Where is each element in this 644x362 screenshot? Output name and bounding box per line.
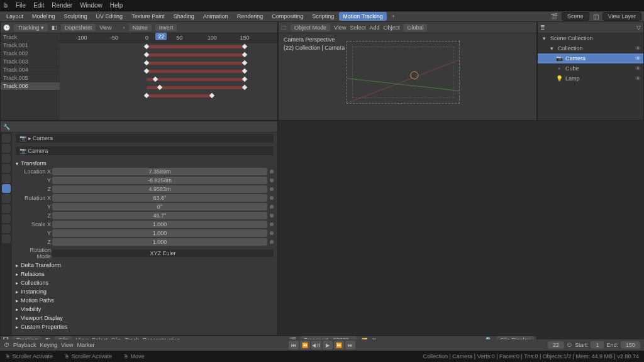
scale-z[interactable]: 1.000 [52, 238, 267, 246]
vp-view[interactable]: View [334, 25, 346, 31]
ws-compositing[interactable]: Compositing [268, 12, 307, 21]
panel-viewport-display[interactable]: Viewport Display [16, 315, 274, 321]
outl-lamp[interactable]: 💡Lamp👁 [538, 74, 643, 84]
panel-motion-paths[interactable]: Motion Paths [16, 297, 274, 304]
scale-x[interactable]: 1.000 [52, 221, 267, 228]
play[interactable]: ▶ [323, 341, 333, 349]
eye-icon[interactable]: 👁 [635, 65, 641, 72]
ws-sculpting[interactable]: Sculpting [60, 12, 91, 21]
start-frame[interactable]: 1 [591, 341, 604, 349]
vtab-particles[interactable] [2, 204, 11, 213]
rot-x[interactable]: 63.6° [52, 194, 267, 202]
panel-custom-props[interactable]: Custom Properties [16, 324, 274, 330]
vtab-constraints[interactable] [2, 224, 11, 233]
track-row[interactable]: Track [1, 33, 60, 41]
ws-rendering[interactable]: Rendering [233, 12, 267, 21]
track-row[interactable]: Track.001 [1, 41, 60, 50]
jump-end[interactable]: ⏭ [345, 341, 355, 349]
svg-line-1 [347, 79, 459, 91]
vp-canvas[interactable]: Camera Perspective (22) Collection | Cam… [279, 33, 536, 120]
ws-shading[interactable]: Shading [170, 12, 198, 21]
ws-modeling[interactable]: Modeling [28, 12, 59, 21]
ws-texture[interactable]: Texture Paint [128, 12, 169, 21]
play-rev[interactable]: ◀⏸ [311, 341, 321, 349]
vtab-output[interactable] [2, 144, 11, 153]
outl-collection[interactable]: ▾Collection👁 [538, 43, 643, 53]
ws-motion-tracking[interactable]: Motion Tracking [339, 12, 387, 21]
menu-window[interactable]: Window [80, 2, 103, 9]
vtab-scene[interactable] [2, 164, 11, 173]
menu-help[interactable]: Help [110, 2, 123, 9]
vtab-physics[interactable] [2, 214, 11, 223]
filter-icon[interactable]: ▽ [636, 25, 641, 31]
vtab-data[interactable] [2, 234, 11, 243]
rot-z[interactable]: 46.7° [52, 212, 267, 219]
panel-relations[interactable]: Relations [16, 271, 274, 277]
loc-y[interactable]: -6.9258m [52, 177, 267, 184]
track-row[interactable]: Track.003 [1, 58, 60, 66]
menu-file[interactable]: File [16, 2, 26, 9]
object-name[interactable]: 📷 Camera [16, 146, 274, 155]
outl-camera[interactable]: 📷Camera👁 [538, 53, 643, 63]
dope-view[interactable]: View [99, 25, 111, 31]
vtab-view[interactable] [2, 154, 11, 163]
loc-z[interactable]: 4.9583m [52, 185, 267, 193]
breadcrumb[interactable]: 📷 ▸ Camera [16, 134, 274, 143]
loc-x[interactable]: 7.3589m [52, 168, 267, 175]
timeline-transport: ⏱ Playback Keying View Marker ⏮ ⏪ ◀⏸ ▶ ⏩… [0, 339, 644, 351]
tl-marker[interactable]: Marker [77, 342, 94, 348]
menu-edit[interactable]: Edit [33, 2, 44, 9]
ws-add[interactable]: + [388, 12, 399, 21]
current-frame[interactable]: 22 [548, 341, 564, 349]
keying-menu[interactable]: Keying [40, 342, 58, 348]
vp-mode[interactable]: Object Mode [291, 24, 330, 31]
dope-body[interactable] [60, 43, 277, 118]
end-frame[interactable]: 150 [621, 341, 640, 349]
track-row[interactable]: Track.002 [1, 50, 60, 58]
vtab-object[interactable] [2, 184, 11, 193]
eye-icon[interactable]: 👁 [635, 45, 641, 52]
svg-point-2 [411, 72, 418, 79]
outl-cube[interactable]: ▫Cube👁 [538, 63, 643, 74]
playback-menu[interactable]: Playback [13, 342, 36, 348]
dope-invert[interactable]: Invert [155, 24, 177, 31]
vp-add[interactable]: Add [369, 25, 379, 31]
rotation-mode[interactable]: XYZ Euler [52, 250, 274, 257]
ws-layout[interactable]: Layout [3, 12, 27, 21]
panel-visibility[interactable]: Visibility [16, 306, 274, 312]
vtab-modifier[interactable] [2, 194, 11, 203]
vp-select[interactable]: Select [350, 25, 365, 31]
transform-panel-header[interactable]: Transform [16, 160, 274, 167]
jump-next-key[interactable]: ⏩ [334, 341, 344, 349]
panel-collections[interactable]: Collections [16, 280, 274, 286]
jump-start[interactable]: ⏮ [289, 341, 299, 349]
track-row[interactable]: Track.004 [1, 66, 60, 74]
menu-render[interactable]: Render [52, 2, 72, 9]
dope-mode[interactable]: Dopesheet [61, 24, 96, 31]
outl-scene[interactable]: ▾Scene Collection [538, 33, 643, 43]
scene-selector[interactable]: Scene [562, 12, 589, 21]
vtab-render[interactable] [2, 134, 11, 143]
current-frame-badge[interactable]: 22 [155, 33, 167, 40]
vp-object[interactable]: Object [383, 25, 399, 31]
panel-instancing[interactable]: Instancing [16, 288, 274, 295]
vp-orient[interactable]: Global [403, 24, 427, 31]
ws-scripting[interactable]: Scripting [308, 12, 338, 21]
ws-uv[interactable]: UV Editing [92, 12, 127, 21]
dope-ruler[interactable]: -100 -50 0 50 100 150 22 [60, 33, 277, 43]
keyframe-dot[interactable] [270, 170, 274, 173]
ws-animation[interactable]: Animation [199, 12, 232, 21]
tracking-mode[interactable]: Tracking ▾ [14, 24, 48, 31]
track-row[interactable]: Track.006 [1, 82, 60, 90]
eye-icon[interactable]: 👁 [635, 75, 641, 82]
panel-delta[interactable]: Delta Transform [16, 262, 274, 268]
eye-icon[interactable]: 👁 [635, 55, 641, 62]
track-row[interactable]: Track.005 [1, 74, 60, 82]
viewlayer-selector[interactable]: View Layer [602, 12, 641, 21]
tl-view[interactable]: View [61, 342, 73, 348]
scale-y[interactable]: 1.000 [52, 229, 267, 237]
rot-y[interactable]: 0° [52, 203, 267, 211]
vtab-world[interactable] [2, 174, 11, 183]
jump-prev-key[interactable]: ⏪ [300, 341, 310, 349]
dope-sort[interactable]: Name [129, 24, 152, 31]
